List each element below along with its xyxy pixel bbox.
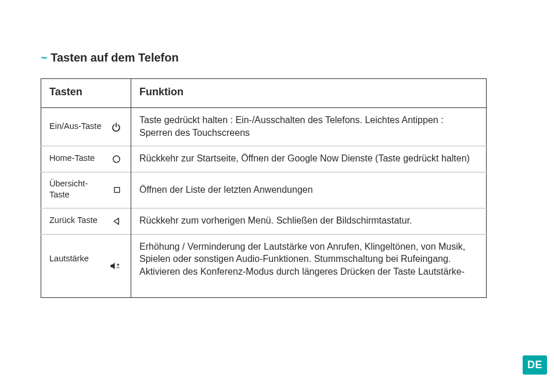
key-label: Zurück Taste — [49, 215, 98, 226]
back-triangle-icon — [112, 217, 121, 226]
svg-point-0 — [113, 156, 120, 162]
function-cell: Öffnen der Liste der letzten Anwendungen — [131, 172, 487, 208]
table-row: Home-Taste Rückkehr zur Startseite, Öffn… — [41, 146, 487, 172]
key-label: Home-Taste — [49, 153, 95, 164]
key-cell: Übersicht-Taste — [41, 172, 131, 208]
keys-table: Tasten Funktion Ein/Aus-Taste Taste gedr… — [41, 78, 487, 298]
function-cell: Rückkehr zum vorherigen Menü. Schließen … — [131, 208, 487, 234]
key-cell: Lautstärke — [41, 234, 131, 298]
section-heading: ~ Tasten auf dem Telefon — [41, 51, 513, 64]
key-label: Lautstärke — [49, 253, 89, 265]
overview-square-icon — [113, 186, 121, 195]
key-cell: Home-Taste — [41, 146, 131, 172]
key-cell: Zurück Taste — [41, 208, 131, 234]
key-cell: Ein/Aus-Taste — [41, 108, 131, 146]
page-content: ~ Tasten auf dem Telefon Tasten Funktion… — [0, 0, 554, 321]
table-row: Ein/Aus-Taste Taste gedrückt halten : Ei… — [41, 108, 487, 146]
table-row: Zurück Taste Rückkehr zum vorherigen Men… — [41, 208, 487, 234]
header-keys: Tasten — [41, 79, 131, 108]
function-cell: Rückkehr zur Startseite, Öffnen der Goog… — [131, 146, 487, 172]
function-cell: Erhöhung / Verminderung der Lautstärke v… — [131, 234, 487, 298]
table-row: Übersicht-Taste Öffnen der Liste der let… — [41, 172, 487, 208]
function-cell: Taste gedrückt halten : Ein-/Ausschalten… — [131, 108, 487, 146]
power-icon — [111, 122, 121, 132]
svg-rect-1 — [114, 188, 120, 193]
home-circle-icon — [111, 154, 121, 164]
table-header-row: Tasten Funktion — [41, 79, 487, 108]
language-badge: DE — [523, 355, 547, 375]
volume-icon — [110, 261, 121, 271]
table-row: Lautstärke Erhöhung / Verminderung der L… — [41, 234, 487, 298]
key-label: Übersicht-Taste — [49, 178, 102, 201]
key-label: Ein/Aus-Taste — [49, 121, 101, 132]
heading-prefix: ~ — [41, 51, 48, 64]
header-function: Funktion — [131, 79, 487, 108]
heading-text: Tasten auf dem Telefon — [51, 51, 178, 64]
